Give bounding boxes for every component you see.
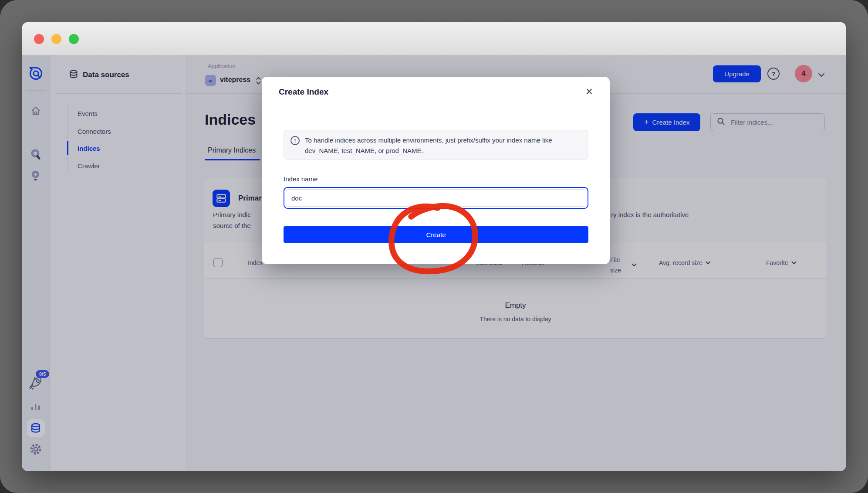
close-icon[interactable]: × bbox=[582, 83, 597, 100]
create-button[interactable]: Create bbox=[284, 226, 588, 243]
index-name-input[interactable] bbox=[286, 194, 586, 202]
close-window-button[interactable] bbox=[34, 34, 44, 44]
modal-title: Create Index bbox=[279, 87, 328, 97]
info-callout: ! To handle indices across multiple envi… bbox=[284, 130, 588, 160]
minimize-window-button[interactable] bbox=[51, 34, 61, 44]
index-name-field-focus-ring bbox=[284, 187, 588, 209]
zoom-window-button[interactable] bbox=[69, 34, 79, 44]
app-window: 0/5 bbox=[22, 22, 846, 471]
modal-header: Create Index × bbox=[262, 77, 610, 107]
create-index-modal: Create Index × ! To handle indices acros… bbox=[262, 77, 610, 264]
info-icon: ! bbox=[290, 136, 300, 145]
app-area: 0/5 bbox=[22, 55, 846, 471]
titlebar bbox=[22, 22, 846, 55]
index-name-label: Index name bbox=[284, 175, 317, 183]
info-text: To handle indices across multiple enviro… bbox=[305, 135, 579, 156]
screenshot-canvas: 0/5 bbox=[0, 0, 868, 493]
